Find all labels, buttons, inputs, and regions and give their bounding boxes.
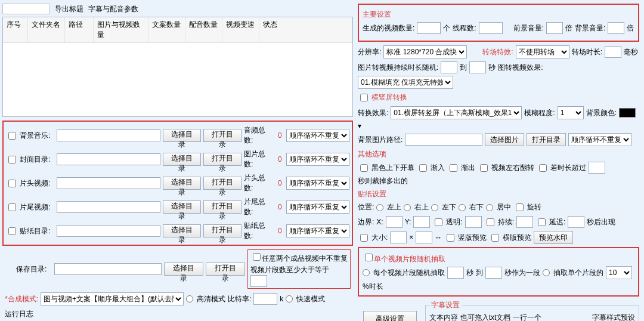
blur-select[interactable]: 1 (558, 106, 584, 119)
head-input[interactable] (57, 177, 160, 189)
trans-dur-input[interactable] (605, 46, 621, 58)
save-open-button[interactable]: 打开目录 (206, 263, 245, 276)
cover-checkbox[interactable] (8, 156, 16, 163)
pos-tr-radio[interactable] (404, 204, 411, 211)
audio-total-label: 音频总数: (244, 125, 273, 146)
threads-input[interactable] (479, 22, 503, 34)
bitrate-input[interactable] (253, 293, 277, 305)
keep-checkbox[interactable] (487, 218, 494, 226)
blank-button[interactable] (2, 4, 50, 14)
fadeout-checkbox[interactable] (450, 164, 457, 172)
save-input[interactable] (54, 263, 162, 275)
sticker-select-button[interactable]: 选择目录 (163, 224, 201, 237)
bgm-input[interactable] (57, 129, 160, 141)
orient-checkbox[interactable] (360, 94, 368, 101)
tail-open-button[interactable]: 打开目录 (203, 200, 242, 214)
cover-open-button[interactable]: 打开目录 (203, 153, 242, 166)
fg-vol-input[interactable] (546, 22, 563, 34)
bgcolor-drop-icon[interactable]: ▾ (358, 122, 361, 130)
extract-radio[interactable] (543, 269, 550, 276)
bgcolor-label: 背景颜色: (586, 108, 617, 118)
bg-vol-input[interactable] (608, 22, 624, 34)
mode-select[interactable]: 图与视频+文案【顺序最大组合】(默认去除原声) (41, 292, 184, 305)
delay-checkbox[interactable] (538, 218, 546, 226)
vpreview-checkbox[interactable] (447, 234, 454, 242)
res-select[interactable]: 标准 1280*720 合成快 (383, 45, 467, 58)
each-from[interactable] (447, 267, 464, 279)
pct-select[interactable]: 10 (606, 266, 632, 279)
bgm-checkbox[interactable] (8, 132, 16, 140)
rot-fx-select[interactable]: 01.模糊填充 仅填充无特效 (358, 76, 453, 89)
single-checkbox[interactable] (365, 254, 373, 261)
watermark-preview-button[interactable]: 预览水印 (534, 231, 573, 244)
bgm-select-button[interactable]: 选择目录 (163, 129, 201, 142)
tail-checkbox[interactable] (8, 203, 16, 211)
black-checkbox[interactable] (360, 164, 368, 172)
rotate-checkbox[interactable] (516, 203, 524, 211)
sticker-open-button[interactable]: 打开目录 (203, 224, 242, 237)
frag-input[interactable] (250, 275, 267, 287)
tail-loop-select[interactable]: 顺序循环不重复 (286, 200, 349, 214)
each-to-input[interactable] (485, 267, 502, 279)
unit-ge: 个 (443, 23, 450, 33)
orient-fx-label: 转换效果: (358, 108, 388, 118)
sticker-input[interactable] (57, 225, 160, 237)
col-folder: 文件夹名 (28, 17, 65, 42)
bgimg-open-button[interactable]: 打开目录 (527, 133, 566, 146)
gen-count-input[interactable] (417, 22, 441, 34)
img2vid-from[interactable] (441, 61, 457, 73)
bgimg-input[interactable] (405, 134, 482, 146)
sticker-checkbox[interactable] (8, 227, 16, 235)
x-input[interactable] (386, 216, 402, 228)
head-checkbox[interactable] (8, 180, 16, 187)
frag-checkbox[interactable] (253, 253, 261, 261)
trans-fx-select[interactable]: 不使用转场 (516, 45, 569, 58)
size-h-input[interactable] (416, 232, 432, 243)
cover-input[interactable] (57, 153, 160, 165)
bgimg-loop-select[interactable]: 顺序循环不重复 (568, 133, 631, 146)
pos-tl-radio[interactable] (376, 204, 383, 211)
pos-c-radio[interactable] (486, 204, 493, 211)
bgm-open-button[interactable]: 打开目录 (203, 129, 242, 142)
tail-input[interactable] (57, 201, 160, 213)
subtitle-params-link[interactable]: 字幕与配音参数 (88, 4, 138, 14)
hpreview-checkbox[interactable] (491, 234, 499, 242)
head-open-button[interactable]: 打开目录 (203, 177, 242, 190)
col-path: 路径 (65, 17, 94, 42)
tail-select-button[interactable]: 选择目录 (163, 200, 201, 214)
hq-radio[interactable] (186, 295, 193, 303)
opacity-checkbox[interactable] (435, 218, 442, 226)
delay-input[interactable] (568, 216, 584, 228)
opacity-input[interactable] (465, 216, 482, 228)
bgm-loop-select[interactable]: 顺序循环不重复 (286, 129, 349, 142)
save-select-button[interactable]: 选择目录 (164, 263, 203, 276)
y-input[interactable] (413, 216, 430, 228)
cover-select-button[interactable]: 选择目录 (163, 153, 201, 166)
keep-input[interactable] (516, 216, 533, 228)
pos-br-radio[interactable] (459, 204, 466, 211)
fast-label: 快速模式 (296, 294, 325, 304)
fadein-checkbox[interactable] (419, 164, 427, 172)
overlong-input[interactable] (589, 162, 605, 174)
pos-bl-radio[interactable] (431, 204, 438, 211)
advanced-button[interactable]: 高级设置 (363, 311, 417, 321)
bg-bei: 倍 (627, 23, 634, 33)
size-w-input[interactable] (390, 232, 407, 243)
head-loop-select[interactable]: 顺序循环不重复 (286, 177, 349, 190)
head-select-button[interactable]: 选择目录 (163, 177, 201, 190)
fast-radio[interactable] (286, 295, 293, 303)
size-checkbox[interactable] (360, 234, 368, 242)
cover-label: 封面目录: (20, 155, 54, 165)
export-title-link[interactable]: 导出标题 (55, 4, 83, 14)
each-radio[interactable] (363, 269, 370, 276)
pos-label: 位置: (358, 202, 374, 212)
img2vid-to[interactable] (469, 61, 486, 73)
orient-fx-select[interactable]: 01.横屏转竖屏（上下高斯模糊_效果1） (391, 106, 522, 119)
sticker-loop-select[interactable]: 顺序循环不重复 (286, 224, 349, 237)
bgcolor-swatch[interactable] (619, 108, 636, 118)
bgimg-select-button[interactable]: 选择图片 (485, 133, 524, 146)
overlong-checkbox[interactable] (539, 164, 547, 172)
cover-loop-select[interactable]: 顺序循环不重复 (286, 153, 349, 166)
hq-label: 高清模式 (197, 294, 225, 304)
flip-checkbox[interactable] (480, 164, 488, 172)
